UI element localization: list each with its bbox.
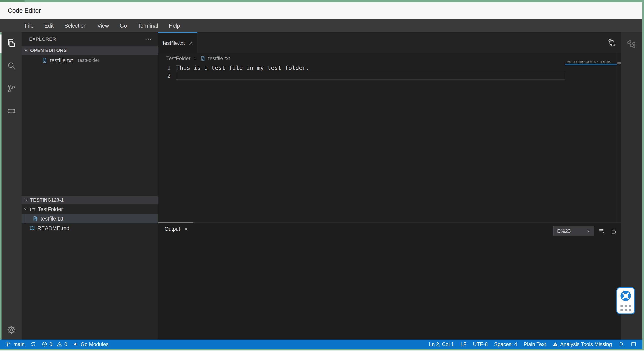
output-panel: Output C%23 — [158, 222, 621, 340]
markdown-file-icon — [29, 225, 35, 231]
drag-handle-grid-icon[interactable] — [620, 305, 631, 311]
panel-tab-label: Output — [164, 226, 180, 232]
tab-testfile[interactable]: testfile.txt — [158, 32, 197, 53]
eol-indicator[interactable]: LF — [460, 340, 466, 349]
branch-status[interactable]: main — [6, 340, 24, 349]
line-number-2: 2 — [158, 73, 176, 79]
problems-status[interactable]: 0 0 — [42, 340, 67, 349]
menu-item-help[interactable]: Help — [165, 21, 184, 30]
open-editor-file-name: testfile.txt — [50, 57, 73, 64]
folder-icon — [30, 206, 36, 212]
menu-item-edit[interactable]: Edit — [40, 21, 58, 30]
sync-button[interactable] — [30, 340, 36, 349]
notifications-bell[interactable] — [618, 340, 624, 349]
code-line-1: 1 This is a test file in my test folder. — [158, 64, 621, 72]
compare-changes-icon[interactable] — [607, 38, 617, 48]
more-actions-icon[interactable] — [146, 36, 152, 42]
sync-icon — [30, 341, 36, 347]
open-editor-file-detail: TestFolder — [77, 58, 100, 63]
editor-group: testfile.txt TestFolder testfi — [158, 32, 621, 340]
encoding-indicator[interactable]: UTF-8 — [473, 340, 488, 349]
menu-item-file[interactable]: File — [21, 21, 38, 30]
scrollbar-thumb[interactable] — [618, 62, 621, 64]
explorer-icon[interactable] — [6, 38, 16, 48]
analysis-warning-label: Analysis Tools Missing — [560, 341, 612, 347]
go-modules-label: Go Modules — [81, 341, 108, 347]
open-editors-label: OPEN EDITORS — [30, 48, 67, 53]
go-modules-status[interactable]: Go Modules — [73, 340, 108, 349]
output-channel-value: C%23 — [557, 228, 571, 234]
cursor-position[interactable]: Ln 2, Col 1 — [429, 340, 454, 349]
layout-icon — [631, 341, 636, 347]
explorer-sidebar: EXPLORER OPEN EDITORS testfile.txt TestF… — [22, 32, 158, 340]
workspace-section[interactable]: TESTING123-1 — [22, 196, 158, 204]
activity-bar — [2, 32, 22, 340]
title-bar: Code Editor — [0, 2, 642, 19]
panel-tab-output[interactable]: Output — [158, 223, 195, 235]
chevron-down-icon — [24, 48, 28, 53]
active-view-indicator — [0, 34, 2, 53]
explorer-title: EXPLORER — [29, 36, 56, 42]
window-border-right — [642, 2, 644, 350]
text-file-icon — [32, 216, 38, 222]
window-border-bottom — [0, 349, 644, 350]
menu-item-go[interactable]: Go — [116, 21, 131, 30]
lock-scrolling-icon[interactable] — [609, 226, 618, 236]
analysis-warning[interactable]: Analysis Tools Missing — [552, 340, 612, 349]
window-border-left — [0, 32, 2, 340]
git-branch-icon — [6, 341, 12, 347]
language-mode[interactable]: Plain Text — [524, 340, 546, 349]
window-border-top — [0, 0, 644, 2]
branch-name: main — [13, 341, 24, 347]
help-widget[interactable] — [616, 287, 635, 314]
line-number-1: 1 — [158, 65, 176, 71]
status-right: Ln 2, Col 1 LF UTF-8 Spaces: 4 Plain Tex… — [429, 340, 636, 349]
minimap-current-line — [565, 64, 617, 65]
breadcrumb: TestFolder testfile.txt — [158, 53, 621, 64]
workspace-name-label: TESTING123-1 — [30, 197, 64, 203]
panel-controls: C%23 — [554, 226, 618, 236]
error-count: 0 — [50, 341, 52, 347]
output-channel-select[interactable]: C%23 — [554, 226, 594, 236]
clear-output-icon[interactable] — [597, 226, 606, 236]
gear-icon[interactable] — [6, 325, 16, 335]
status-left: main 0 0 Go Module — [6, 340, 108, 349]
chevron-down-icon — [586, 229, 591, 234]
tree-row-testfile-selected[interactable]: testfile.txt — [22, 214, 158, 223]
indentation-indicator[interactable]: Spaces: 4 — [494, 340, 517, 349]
window-border-top-left-segment — [0, 0, 25, 2]
megaphone-icon — [73, 341, 79, 347]
minimap-line-text: This is a test file in my test folder. — [567, 61, 616, 63]
tree-row-testfolder[interactable]: TestFolder — [22, 204, 158, 214]
editor-scrollbar[interactable] — [617, 53, 621, 222]
window-title: Code Editor — [8, 7, 41, 14]
hierarchy-icon[interactable] — [626, 39, 637, 50]
bell-icon — [618, 341, 624, 347]
menu-item-view[interactable]: View — [93, 21, 113, 30]
chevron-right-icon — [193, 56, 198, 61]
minimap[interactable]: This is a test file in my test folder. — [565, 60, 617, 72]
chevron-down-icon — [24, 198, 28, 202]
tree-row-readme[interactable]: README.md — [22, 223, 158, 233]
status-bar: main 0 0 Go Module — [0, 340, 642, 349]
readme-file-name: README.md — [37, 225, 70, 231]
menu-item-terminal[interactable]: Terminal — [134, 21, 162, 30]
warning-icon — [56, 341, 62, 347]
tab-strip: testfile.txt — [158, 32, 621, 53]
breadcrumb-file[interactable]: testfile.txt — [208, 56, 230, 62]
open-editors-section[interactable]: OPEN EDITORS — [22, 46, 158, 55]
menu-item-selection[interactable]: Selection — [60, 21, 90, 30]
close-icon[interactable] — [188, 40, 193, 46]
capsule-extension-icon[interactable] — [6, 106, 16, 116]
search-icon[interactable] — [6, 61, 16, 71]
text-file-icon — [42, 58, 48, 63]
open-editor-item-testfile[interactable]: testfile.txt TestFolder — [22, 56, 158, 65]
lifebuoy-icon[interactable] — [620, 290, 632, 302]
breadcrumb-folder[interactable]: TestFolder — [166, 56, 190, 62]
code-editor[interactable]: 1 This is a test file in my test folder.… — [158, 64, 621, 222]
menu-bar: File Edit Selection View Go Terminal Hel… — [0, 19, 642, 32]
layout-toggle[interactable] — [631, 340, 636, 349]
close-icon[interactable] — [184, 226, 188, 231]
explorer-header: EXPLORER — [22, 32, 158, 46]
source-control-icon[interactable] — [6, 84, 16, 93]
